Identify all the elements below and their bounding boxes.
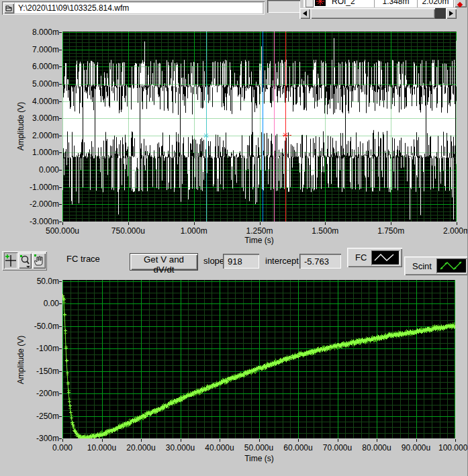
- x-tick-mark: [457, 222, 457, 225]
- fc-legend-swatch[interactable]: [371, 250, 400, 265]
- x-tick-label: 2.000m: [433, 226, 468, 236]
- path-icon: [5, 4, 13, 12]
- y-tick-mark: [59, 101, 62, 102]
- scint-legend-swatch[interactable]: [436, 258, 467, 273]
- scint-graph-plot-area[interactable]: [62, 280, 455, 438]
- cursor-legend: ROI_2 1.348m 2.020m: [299, 0, 468, 20]
- x-tick-mark: [194, 222, 195, 225]
- y-tick-label: -300m: [13, 434, 59, 443]
- x-tick-mark: [62, 439, 63, 442]
- x-tick-mark: [102, 439, 103, 442]
- cursor-move-button[interactable]: [454, 0, 467, 7]
- intercept-field[interactable]: -5.763: [299, 254, 341, 269]
- scint-plot-legend[interactable]: Scint: [404, 256, 468, 275]
- y-tick-label: 7.000m: [13, 45, 59, 54]
- x-tick-label: 500.000u: [39, 226, 86, 236]
- y-tick-mark: [59, 50, 62, 50]
- y-tick-label: -50.0m: [13, 322, 59, 331]
- x-tick-mark: [260, 222, 261, 225]
- get-v-dvdt-button[interactable]: Get V and dV/dt: [130, 253, 198, 271]
- y-tick-mark: [59, 371, 62, 372]
- y-tick-label: 2.000m: [13, 131, 59, 140]
- y-tick-label: -250m: [13, 412, 59, 421]
- path-type-button[interactable]: [3, 3, 14, 13]
- x-tick-mark: [416, 439, 417, 442]
- y-tick-label: 1.000m: [13, 148, 59, 157]
- y-tick-mark: [59, 438, 62, 439]
- y-tick-mark: [59, 32, 62, 33]
- scroll-right-button[interactable]: [446, 8, 457, 19]
- slope-field[interactable]: 918: [223, 254, 259, 269]
- x-tick-mark: [298, 439, 299, 442]
- zoom-tool-button[interactable]: [18, 252, 32, 269]
- y-tick-mark: [59, 416, 62, 417]
- fc-plot-legend[interactable]: FC: [347, 248, 402, 267]
- fc-graph-plot-area[interactable]: [62, 32, 457, 222]
- y-tick-label: -3.000m: [13, 217, 59, 226]
- cursor-style-icon[interactable]: [315, 0, 326, 6]
- y-tick-mark: [59, 170, 62, 171]
- scrollbar-track[interactable]: [435, 8, 446, 19]
- scint-y-axis-title: Amplitude (V): [16, 336, 26, 385]
- fc-legend-label: FC: [355, 252, 367, 263]
- y-tick-mark: [59, 348, 62, 349]
- cursor-checkbox[interactable]: [306, 0, 314, 7]
- cursor-crosshair-glyph: [315, 0, 326, 6]
- x-tick-mark: [181, 439, 181, 442]
- y-tick-label: -1.000m: [13, 183, 59, 192]
- scrollbar-thumb[interactable]: [310, 8, 435, 19]
- cursor-x-cell[interactable]: 1.348m: [375, 0, 418, 7]
- y-tick-label: -100m: [13, 344, 59, 353]
- cursor-name: ROI_2: [332, 0, 355, 6]
- y-tick-mark: [59, 393, 62, 394]
- intercept-label: intercept: [265, 256, 299, 266]
- blank-indicator-box: [267, 0, 300, 13]
- x-tick-label: 1.750m: [367, 226, 414, 236]
- x-tick-label: 1.000m: [171, 226, 218, 236]
- cursor-legend-row[interactable]: ROI_2 1.348m 2.020m: [303, 0, 467, 7]
- y-tick-mark: [59, 118, 62, 119]
- file-path-control[interactable]: Y:\2020\11\09\103325.814.wfm: [2, 1, 265, 15]
- slope-label: slope: [203, 256, 224, 266]
- y-tick-label: 4.000m: [13, 97, 59, 106]
- y-tick-label: -200m: [13, 389, 59, 398]
- trace-label: FC trace: [66, 254, 100, 264]
- y-tick-mark: [59, 84, 62, 85]
- pan-tool-button[interactable]: [32, 252, 46, 269]
- y-tick-label: 6.000m: [13, 62, 59, 71]
- cursor-x-value: 1.348m: [382, 0, 409, 6]
- cursor-tool-button[interactable]: [4, 252, 17, 269]
- x-tick-mark: [455, 439, 456, 442]
- y-tick-label: 8.000m: [13, 28, 59, 37]
- y-tick-label: -150m: [13, 367, 59, 376]
- y-tick-mark: [59, 303, 62, 304]
- x-tick-mark: [338, 439, 338, 442]
- fc-x-axis-title: Time (s): [226, 236, 293, 245]
- y-tick-label: 0.00: [13, 299, 59, 308]
- x-tick-label: 1.250m: [236, 226, 283, 236]
- y-tick-mark: [59, 152, 62, 153]
- top-bar: Y:\2020\11\09\103325.814.wfm: [0, 0, 468, 23]
- file-path-text[interactable]: Y:\2020\11\09\103325.814.wfm: [15, 3, 263, 13]
- y-tick-mark: [59, 66, 62, 67]
- x-tick-mark: [141, 439, 142, 442]
- scint-x-axis-title: Time (s): [226, 454, 293, 463]
- x-tick-mark: [62, 222, 63, 225]
- cursor-y-value: 2.020m: [422, 0, 449, 6]
- scroll-left-arrow-icon: [303, 11, 307, 16]
- cursor-name-cell[interactable]: ROI_2: [303, 0, 375, 7]
- y-tick-label: 50.0m: [13, 277, 59, 286]
- x-tick-mark: [325, 222, 326, 225]
- x-tick-mark: [391, 222, 391, 225]
- y-tick-label: 0.000: [13, 165, 59, 175]
- fc-y-axis-title: Amplitude (V): [16, 102, 26, 151]
- y-tick-mark: [59, 204, 62, 205]
- x-tick-label: 750.000u: [105, 226, 152, 236]
- cursor-legend-scrollbar[interactable]: [299, 8, 457, 19]
- scroll-left-button[interactable]: [299, 8, 310, 19]
- cursor-y-cell[interactable]: 2.020m: [418, 0, 454, 7]
- y-tick-mark: [59, 136, 62, 136]
- fc-trace-glyph: [371, 250, 400, 265]
- y-tick-label: 5.000m: [13, 79, 59, 89]
- x-tick-label: 1.500m: [301, 226, 348, 236]
